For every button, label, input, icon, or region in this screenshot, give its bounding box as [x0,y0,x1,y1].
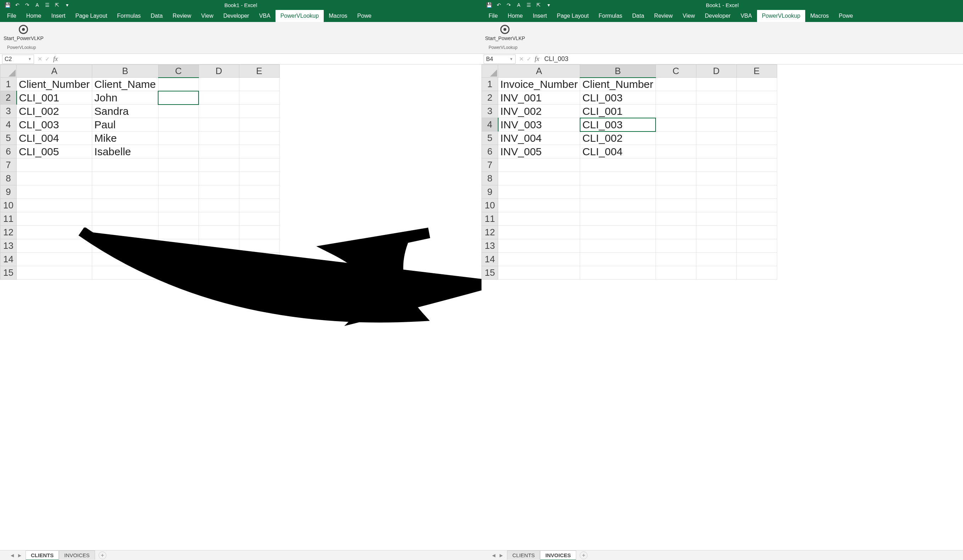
cell-B4[interactable]: Paul [92,118,158,131]
cell-B11[interactable] [92,212,158,226]
cell-D6[interactable] [696,145,736,159]
cell-C6[interactable] [656,145,696,159]
cell-B6[interactable]: CLI_004 [580,145,656,159]
ribbon-tab-powe[interactable]: Powe [352,10,376,22]
cell-C3[interactable] [158,105,199,118]
row-header-13[interactable]: 13 [482,239,498,253]
cell-A8[interactable] [498,172,580,185]
cell-D15[interactable] [696,266,736,280]
cell-E3[interactable] [736,105,777,118]
cell-C5[interactable] [158,131,199,145]
cell-B5[interactable]: Mike [92,131,158,145]
column-header-C[interactable]: C [158,65,199,78]
cell-B13[interactable] [580,239,656,253]
cell-A4[interactable]: INV_003 [498,118,580,131]
ribbon-tab-page-layout[interactable]: Page Layout [70,10,112,22]
cell-D1[interactable] [199,78,239,91]
ribbon-tab-developer[interactable]: Developer [700,10,736,22]
cell-A14[interactable] [17,253,92,266]
cell-D7[interactable] [199,159,239,172]
save-icon[interactable]: 💾 [486,2,492,8]
column-header-A[interactable]: A [17,65,92,78]
cell-D2[interactable] [696,91,736,105]
ribbon-tab-vba[interactable]: VBA [254,10,276,22]
ribbon-tab-insert[interactable]: Insert [46,10,70,22]
column-header-E[interactable]: E [736,65,777,78]
cell-C14[interactable] [656,253,696,266]
add-sheet-button[interactable]: + [580,552,587,559]
cell-E12[interactable] [736,226,777,239]
font-icon[interactable]: A [516,2,522,8]
cell-D9[interactable] [199,185,239,199]
ribbon-tab-page-layout[interactable]: Page Layout [552,10,593,22]
ribbon-tab-file[interactable]: File [2,10,21,22]
cell-A2[interactable]: CLI_001 [17,91,92,105]
export-icon[interactable]: ⇱ [535,2,542,8]
cell-A10[interactable] [17,199,92,212]
cell-C13[interactable] [158,239,199,253]
cell-E1[interactable] [736,78,777,91]
cell-D7[interactable] [696,159,736,172]
cell-E4[interactable] [239,118,279,131]
cell-C6[interactable] [158,145,199,159]
row-header-2[interactable]: 2 [0,91,17,105]
cell-E10[interactable] [736,199,777,212]
cell-E7[interactable] [239,159,279,172]
redo-icon[interactable]: ↷ [24,2,31,8]
cell-B12[interactable] [580,226,656,239]
row-header-14[interactable]: 14 [0,253,17,266]
cell-B12[interactable] [92,226,158,239]
fx-icon[interactable]: fx [53,55,58,63]
cancel-icon[interactable]: ✕ [519,56,524,62]
row-header-2[interactable]: 2 [482,91,498,105]
ribbon-tab-insert[interactable]: Insert [528,10,552,22]
cell-A11[interactable] [17,212,92,226]
tab-nav-next[interactable]: ▶ [499,553,503,558]
row-header-6[interactable]: 6 [0,145,17,159]
ribbon-tab-data[interactable]: Data [146,10,168,22]
cell-E11[interactable] [736,212,777,226]
cell-B14[interactable] [580,253,656,266]
cancel-icon[interactable]: ✕ [37,56,42,62]
column-header-D[interactable]: D [199,65,239,78]
cell-A2[interactable]: INV_001 [498,91,580,105]
cell-D5[interactable] [199,131,239,145]
cell-E13[interactable] [736,239,777,253]
cell-C3[interactable] [656,105,696,118]
cell-A9[interactable] [17,185,92,199]
sheet-right[interactable]: ABCDE1Invoice_NumberClient_Number2INV_00… [481,65,963,550]
row-header-14[interactable]: 14 [482,253,498,266]
ribbon-tab-view[interactable]: View [678,10,700,22]
cell-E7[interactable] [736,159,777,172]
cell-C8[interactable] [158,172,199,185]
ribbon-tab-review[interactable]: Review [168,10,196,22]
cell-A7[interactable] [17,159,92,172]
cell-A15[interactable] [498,266,580,280]
cell-A10[interactable] [498,199,580,212]
cell-E9[interactable] [736,185,777,199]
cell-D15[interactable] [199,266,239,280]
cell-C1[interactable] [158,78,199,91]
row-header-1[interactable]: 1 [0,78,17,91]
row-header-13[interactable]: 13 [0,239,17,253]
cell-B5[interactable]: CLI_002 [580,131,656,145]
add-sheet-button[interactable]: + [99,552,106,559]
name-box[interactable]: C2 ▼ [2,55,34,64]
cell-B10[interactable] [580,199,656,212]
name-box[interactable]: B4 ▼ [484,55,516,64]
cell-A15[interactable] [17,266,92,280]
cell-D8[interactable] [696,172,736,185]
row-header-3[interactable]: 3 [482,105,498,118]
cell-A6[interactable]: INV_005 [498,145,580,159]
sheet-tab-clients[interactable]: CLIENTS [26,550,59,560]
cell-D4[interactable] [696,118,736,131]
cell-A3[interactable]: INV_002 [498,105,580,118]
row-header-10[interactable]: 10 [482,199,498,212]
select-all-corner[interactable] [0,65,17,78]
cell-E12[interactable] [239,226,279,239]
cell-A1[interactable]: Client_Number [17,78,92,91]
column-header-B[interactable]: B [92,65,158,78]
cell-E9[interactable] [239,185,279,199]
cell-C15[interactable] [158,266,199,280]
cell-C9[interactable] [656,185,696,199]
